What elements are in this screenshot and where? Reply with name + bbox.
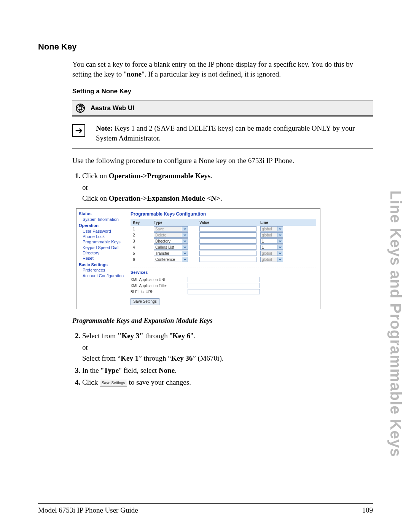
- service-row: XML Application Title:: [131, 283, 316, 288]
- step1-pre2: Click on: [82, 194, 109, 202]
- sidebar-item-directory[interactable]: Directory: [83, 250, 128, 256]
- step2-pre: Select from: [82, 332, 118, 340]
- service-input[interactable]: [188, 283, 260, 288]
- type-select[interactable]: Transfer: [154, 251, 188, 256]
- step3-post: .: [175, 366, 177, 374]
- sidebar-item-prefs[interactable]: Preferences: [83, 267, 128, 273]
- step1-or: or: [82, 182, 373, 193]
- value-input[interactable]: [199, 226, 256, 232]
- footer-page-number: 109: [362, 506, 373, 514]
- cell-key: 5: [131, 251, 154, 256]
- service-input[interactable]: [188, 289, 260, 294]
- table-row: 3Directory1: [131, 238, 316, 244]
- web-ui-label: Aastra Web UI: [91, 104, 134, 113]
- side-chapter-title: Line Keys and Programmable Keys: [387, 190, 404, 457]
- pre-steps-text: Use the following procedure to configure…: [72, 156, 373, 166]
- table-row: 4Callers List1: [131, 244, 316, 250]
- note-text: Note: Keys 1 and 2 (SAVE and DELETE keys…: [96, 123, 373, 143]
- sidebar-item-phonelock[interactable]: Phone Lock: [83, 234, 128, 239]
- line-select: global: [260, 251, 283, 256]
- sidebar-group-operation: Operation: [79, 223, 128, 228]
- intro-post: ". If a particular key is not defined, i…: [142, 70, 281, 78]
- col-header-key: Key: [131, 220, 154, 225]
- setting-subheading: Setting a None Key: [72, 87, 373, 96]
- step2-or: or: [82, 342, 373, 353]
- line-select: global: [260, 232, 283, 238]
- service-label: BLF List URI:: [131, 289, 188, 295]
- sidebar-group-status: Status: [79, 211, 128, 217]
- value-input[interactable]: [199, 251, 256, 256]
- config-main: Programmable Keys Configuration Key Type…: [129, 209, 320, 309]
- sidebar-item-account[interactable]: Account Configuration: [83, 273, 128, 278]
- web-ui-bar: Aastra Web UI: [72, 100, 373, 117]
- step1-pre: Click on: [82, 172, 109, 180]
- section-heading: None Key: [38, 42, 373, 52]
- table-row: 2Deleteglobal: [131, 232, 316, 238]
- intro-paragraph: You can set a key to force a blank entry…: [72, 59, 373, 79]
- config-header-row: Key Type Value Line: [131, 219, 316, 226]
- step4-post: to save your changes.: [127, 378, 191, 386]
- figure-caption: Programmable Keys and Expansion Module K…: [72, 316, 373, 325]
- line-select[interactable]: 1: [260, 244, 283, 250]
- config-sidebar: Status System Information Operation User…: [76, 209, 129, 309]
- sidebar-item-reset[interactable]: Reset: [83, 256, 128, 261]
- table-row: 1Saveglobal: [131, 226, 316, 232]
- line-select: global: [260, 226, 283, 232]
- step1-post: .: [210, 172, 212, 180]
- line-select[interactable]: 1: [260, 238, 283, 244]
- col-header-value: Value: [199, 220, 260, 225]
- step1-path: Operation->Programmable Keys: [109, 172, 210, 180]
- cell-key: 6: [131, 257, 154, 262]
- sidebar-item-sysinfo[interactable]: System Information: [83, 217, 128, 222]
- note-body: Keys 1 and 2 (SAVE and DELETE keys) can …: [96, 124, 355, 142]
- sidebar-item-userpw[interactable]: User Password: [83, 228, 128, 234]
- cell-key: 3: [131, 239, 154, 244]
- step2-mid: through ": [143, 332, 172, 340]
- sidebar-group-basic: Basic Settings: [79, 262, 128, 268]
- step2-b2: Key 6: [172, 332, 190, 340]
- value-input[interactable]: [199, 232, 256, 238]
- step3-pre: In the ": [82, 366, 104, 374]
- service-row: BLF List URI:: [131, 289, 316, 294]
- arrow-right-icon: [72, 124, 85, 137]
- step3-mid: " field, select: [119, 366, 159, 374]
- step1-post2: .: [220, 194, 222, 202]
- globe-icon: [75, 103, 85, 113]
- save-settings-button[interactable]: Save Settings: [131, 298, 159, 305]
- type-select[interactable]: Callers List: [154, 244, 188, 250]
- table-row: 6Conferenceglobal: [131, 256, 316, 262]
- step1-path2: Operation->Expansion Module <N>: [109, 194, 220, 202]
- step-4: Click Save Settings to save your changes…: [82, 377, 373, 388]
- sidebar-item-progkeys[interactable]: Programmable Keys: [83, 239, 128, 244]
- type-select: Save: [154, 226, 188, 232]
- step3-b1: Type: [104, 366, 119, 374]
- col-header-line: Line: [260, 220, 295, 225]
- col-header-type: Type: [154, 220, 199, 225]
- service-input[interactable]: [188, 277, 260, 282]
- config-screenshot: Status System Information Operation User…: [76, 208, 320, 309]
- services-title: Services: [131, 267, 316, 275]
- step2-l2-post: ” (M670i).: [193, 354, 223, 362]
- sidebar-item-speeddial[interactable]: Keypad Speed Dial: [83, 245, 128, 250]
- step2-l2-mid: ” through “: [139, 354, 171, 362]
- note-bold: Note:: [96, 124, 113, 132]
- cell-key: 4: [131, 245, 154, 250]
- step2-post: ".: [190, 332, 195, 340]
- intro-none-bold: none: [127, 70, 142, 78]
- footer-rule: [38, 503, 373, 504]
- inline-save-settings-button[interactable]: Save Settings: [100, 380, 127, 387]
- service-label: XML Application Title:: [131, 283, 188, 289]
- type-select: Delete: [154, 232, 188, 238]
- type-select[interactable]: Conference: [154, 257, 188, 262]
- step-3: In the "Type" field, select None.: [82, 365, 373, 376]
- type-select[interactable]: Directory: [154, 238, 188, 244]
- config-title: Programmable Keys Configuration: [131, 211, 316, 217]
- cell-key: 1: [131, 227, 154, 232]
- value-input[interactable]: [199, 238, 256, 244]
- step3-b2: None: [159, 366, 175, 374]
- step2-l2-pre: Select from “: [82, 354, 121, 362]
- service-label: XML Application URI:: [131, 277, 188, 283]
- note-row: Note: Keys 1 and 2 (SAVE and DELETE keys…: [72, 122, 373, 149]
- value-input[interactable]: [199, 257, 256, 262]
- value-input[interactable]: [199, 244, 256, 250]
